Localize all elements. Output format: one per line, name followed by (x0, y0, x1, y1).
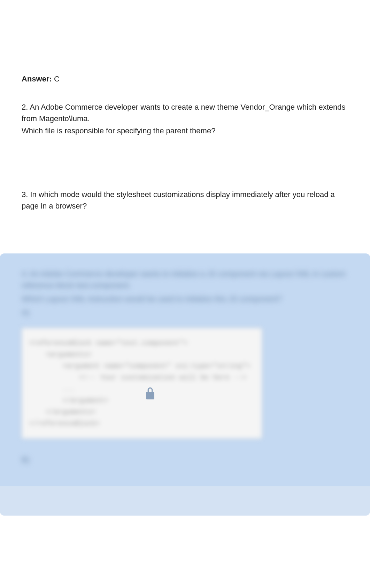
code-line-3: <argument name="component" xsi:type="str… (29, 360, 255, 372)
answer-line: Answer: C (22, 73, 348, 85)
blurred-preview-section: 4. An Adobe Commerce developer wants to … (0, 253, 370, 486)
blurred-option-b: B) (22, 454, 348, 465)
blurred-q4-line1: 4. An Adobe Commerce developer wants to … (22, 268, 348, 291)
code-line-6: </argument> (29, 395, 255, 406)
code-line-7: </arguments> (29, 406, 255, 418)
q2-text-2: Which file is responsible for specifying… (22, 125, 348, 136)
q3-text-1: 3. In which mode would the stylesheet cu… (22, 189, 348, 212)
code-line-8: </referenceBlock> (29, 418, 255, 429)
code-line-4: <!-- Your customization will be here --> (29, 372, 255, 383)
question-2: 2. An Adobe Commerce developer wants to … (22, 101, 348, 136)
blurred-code-box: <referenceBlock name="test.component"> <… (22, 328, 262, 439)
blurred-option-a: A) (22, 307, 348, 318)
code-line-1: <referenceBlock name="test.component"> (29, 337, 255, 349)
blurred-q4-line2: Which Layout XML instruction would be us… (22, 293, 348, 305)
code-line-2: <arguments> (29, 349, 255, 360)
bottom-spacer (0, 516, 370, 543)
lock-icon (145, 386, 156, 400)
answer-label: Answer: (22, 75, 52, 83)
bottom-strip (0, 483, 370, 516)
answer-value: C (52, 75, 60, 83)
code-line-5: ... (29, 383, 255, 395)
q2-text-1: 2. An Adobe Commerce developer wants to … (22, 101, 348, 124)
question-3: 3. In which mode would the stylesheet cu… (22, 189, 348, 212)
